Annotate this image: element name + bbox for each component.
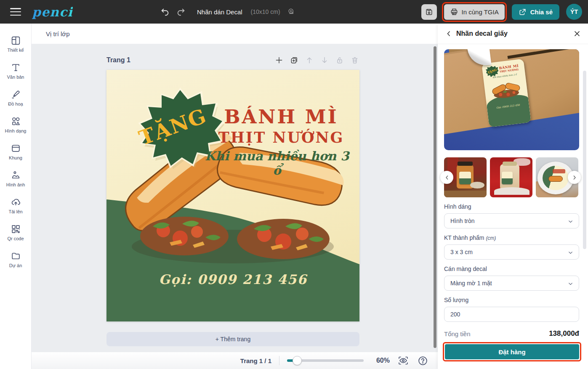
share-label: Chia sẻ [530, 8, 553, 16]
shapes-icon [11, 116, 21, 127]
user-avatar[interactable]: ÝT [566, 4, 582, 20]
size-select[interactable]: 3 x 3 cm [444, 244, 579, 260]
duplicate-page-icon[interactable] [290, 56, 299, 65]
share-button[interactable]: Chia sẻ [512, 4, 559, 20]
zoom-slider[interactable] [287, 359, 364, 362]
quantity-field-label: Số lượng [444, 297, 579, 303]
left-sidebar: Thiết kế Văn bản Đồ hoạ Hình dạng Khung … [0, 24, 32, 369]
carousel-prev-button[interactable] [440, 171, 453, 184]
share-icon [519, 8, 527, 16]
order-annotation-box: Đặt hàng [443, 342, 581, 361]
upload-icon [11, 197, 21, 207]
redo-icon[interactable] [176, 7, 186, 17]
chevron-down-icon [567, 218, 574, 225]
frame-icon [11, 143, 21, 154]
measure-icon[interactable] [286, 7, 296, 17]
print-with-tgia-button[interactable]: In cùng TGIA [444, 4, 505, 20]
save-button[interactable] [421, 4, 437, 20]
print-annotation-box: In cùng TGIA [442, 2, 507, 22]
panel-vertical-scrollbar[interactable] [583, 71, 586, 249]
topbar: penci Nhãn dán Decal (10x10 cm) In cùng … [0, 0, 588, 24]
mockup-carousel [444, 157, 579, 197]
panel-title: Nhãn decal giấy [456, 30, 508, 37]
zoom-slider-knob[interactable] [293, 356, 302, 365]
shape-field-label: Hình dáng [444, 203, 579, 210]
sidebar-item-upload[interactable]: Tải lên [0, 192, 32, 219]
product-panel: Nhãn decal giấy TẶNG BÁNH MÌ THỊT NƯỚNG … [438, 24, 588, 369]
move-down-icon[interactable] [320, 56, 329, 65]
layer-position-bar[interactable]: Vị trí lớp [32, 24, 438, 44]
undo-icon[interactable] [160, 7, 170, 17]
sidebar-item-design[interactable]: Thiết kế [0, 30, 32, 57]
add-page-button[interactable]: + Thêm trang [106, 332, 359, 346]
document-title[interactable]: Nhãn dán Decal [197, 8, 242, 16]
pen-icon [11, 89, 21, 100]
close-icon[interactable] [573, 29, 581, 38]
layer-position-label: Vị trí lớp [46, 30, 70, 37]
image-icon [11, 170, 21, 181]
poster-title-line2: THỊT NƯỚNG [212, 129, 351, 146]
document-size: (10x10 cm) [251, 8, 280, 15]
canvas-area: Vị trí lớp Trang 1 [32, 24, 438, 369]
sidebar-item-frame[interactable]: Khung [0, 138, 32, 165]
total-value: 138,000đ [549, 329, 579, 338]
sidebar-item-text[interactable]: Văn bản [0, 57, 32, 84]
move-up-icon[interactable] [305, 56, 314, 65]
carousel-next-button[interactable] [568, 171, 581, 184]
sidebar-item-qrcode[interactable]: Qr code [0, 219, 32, 246]
delete-page-icon[interactable] [350, 56, 359, 65]
page-title: Trang 1 [106, 56, 130, 64]
order-button[interactable]: Đặt hàng [445, 344, 579, 359]
product-preview-image[interactable]: TẶNG BÁNH MÌ THỊT NƯỚNG Khi mua nhiều hơ… [444, 49, 579, 150]
folder-icon [11, 251, 21, 261]
zoom-level: 60% [371, 357, 390, 364]
qr-icon [11, 224, 21, 234]
sidebar-item-images[interactable]: Hình ảnh [0, 165, 32, 192]
sidebar-item-graphics[interactable]: Đồ hoạ [0, 84, 32, 111]
lamination-field-label: Cán màng decal [444, 265, 579, 272]
chevron-down-icon [567, 281, 574, 287]
poster-phone: Gọi: 0909 213 456 [106, 272, 359, 287]
app-logo: penci [32, 5, 73, 19]
save-icon [425, 8, 433, 16]
quantity-input[interactable]: 200 [444, 307, 579, 322]
poster-subtitle: Khi mua nhiều hơn 3 ổ [199, 149, 355, 178]
text-icon [11, 62, 21, 73]
total-label: Tổng tiền [444, 330, 471, 337]
layout-icon [11, 35, 21, 46]
lamination-select[interactable]: Màng mờ 1 mặt [444, 276, 579, 291]
add-element-icon[interactable] [274, 56, 284, 65]
bottom-bar: Trang 1 / 1 60% [32, 352, 438, 369]
size-field-label: KT thành phẩm (cm) [444, 234, 579, 241]
sidebar-item-projects[interactable]: Dự án [0, 246, 32, 273]
page-indicator: Trang 1 / 1 [240, 357, 271, 364]
shape-select[interactable]: Hình tròn [444, 213, 579, 228]
preview-eye-icon[interactable] [397, 355, 409, 366]
help-icon[interactable] [417, 355, 428, 366]
mockup-sticker-sandwich [490, 80, 522, 101]
mockup-sticker: TẶNG BÁNH MÌ THỊT NƯỚNG Khi mua nhiều hơ… [482, 58, 531, 127]
sidebar-item-shapes[interactable]: Hình dạng [0, 111, 32, 138]
lock-icon[interactable] [335, 56, 344, 65]
chevron-down-icon [567, 250, 574, 256]
menu-icon[interactable] [10, 8, 21, 16]
divider [279, 356, 279, 365]
design-canvas-page[interactable]: TẶNG BÁNH MÌ THỊT NƯỚNG Khi mua nhiều hơ… [106, 70, 359, 321]
print-with-tgia-label: In cùng TGIA [462, 8, 499, 16]
back-icon[interactable] [444, 29, 453, 38]
canvas-vertical-scrollbar[interactable] [434, 46, 436, 348]
poster-title-line1: BÁNH MÌ [212, 106, 351, 128]
printer-icon [450, 8, 458, 16]
mockup-thumbnail-jar-snacks[interactable] [490, 157, 532, 197]
